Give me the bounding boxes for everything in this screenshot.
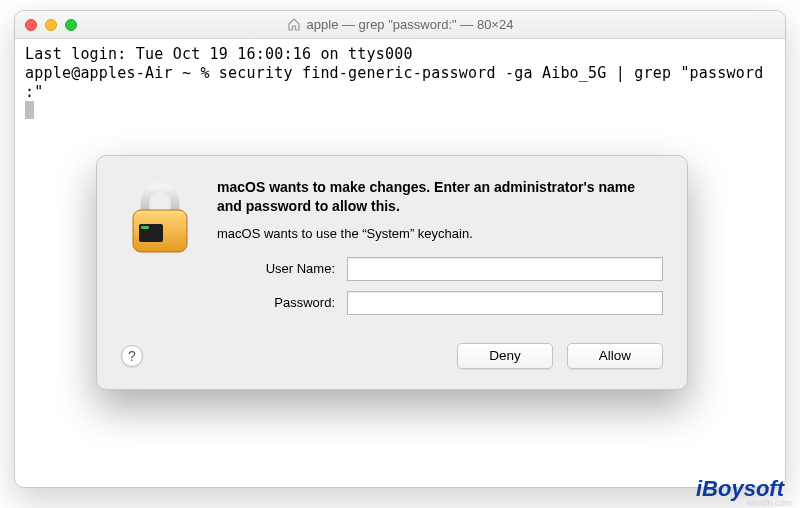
username-field[interactable] [347, 257, 663, 281]
last-login-line: Last login: Tue Oct 19 16:00:16 on ttys0… [25, 45, 413, 63]
help-button[interactable]: ? [121, 345, 143, 367]
terminal-cursor [25, 101, 34, 119]
window-title: apple — grep "password:" — 80×24 [15, 17, 785, 32]
svg-rect-2 [141, 226, 149, 229]
terminal-output[interactable]: Last login: Tue Oct 19 16:00:16 on ttys0… [15, 39, 785, 126]
auth-dialog: macOS wants to make changes. Enter an ad… [96, 155, 688, 390]
dialog-heading: macOS wants to make changes. Enter an ad… [217, 178, 663, 216]
lock-icon [121, 178, 199, 325]
deny-button[interactable]: Deny [457, 343, 553, 369]
password-field[interactable] [347, 291, 663, 315]
prompt-line-2: :" [25, 83, 43, 101]
dialog-subtext: macOS wants to use the “System” keychain… [217, 226, 663, 241]
source-watermark: wsxdn.com [747, 498, 792, 508]
prompt-line: apple@apples-Air ~ % security find-gener… [25, 64, 763, 82]
username-label: User Name: [217, 261, 335, 276]
window-title-text: apple — grep "password:" — 80×24 [307, 17, 514, 32]
home-icon [287, 18, 301, 31]
titlebar: apple — grep "password:" — 80×24 [15, 11, 785, 39]
password-label: Password: [217, 295, 335, 310]
allow-button[interactable]: Allow [567, 343, 663, 369]
